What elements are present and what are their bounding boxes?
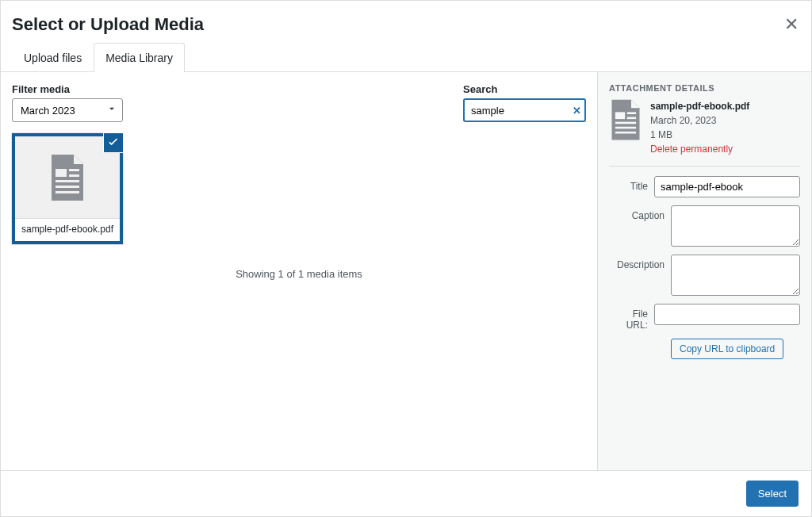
field-row-file-url: File URL: <box>609 304 800 331</box>
attachment-details-sidebar: ATTACHMENT DETAILS sample-pdf <box>597 72 811 470</box>
close-icon[interactable]: ✕ <box>784 16 799 33</box>
file-url-input[interactable] <box>654 304 800 325</box>
search-label: Search <box>463 83 586 95</box>
svg-rect-11 <box>615 132 636 134</box>
attachment-filename: sample-pdf-ebook.pdf <box>15 218 120 241</box>
search-input[interactable] <box>463 98 586 122</box>
svg-rect-6 <box>615 112 625 119</box>
selected-check-icon[interactable] <box>104 133 123 152</box>
svg-rect-5 <box>56 191 79 193</box>
svg-rect-3 <box>56 180 79 182</box>
modal-title: Select or Upload Media <box>12 14 204 35</box>
sidebar-separator <box>609 166 800 167</box>
svg-rect-10 <box>615 127 636 129</box>
tab-bar: Upload files Media Library <box>1 42 811 72</box>
attachments-browser: Filter media March 2023 Search ✕ <box>1 72 597 470</box>
attachments-grid: sample-pdf-ebook.pdf <box>12 133 586 244</box>
clear-search-icon[interactable]: ✕ <box>573 105 581 117</box>
search-wrap: ✕ <box>463 98 586 122</box>
date-filter-select[interactable]: March 2023 <box>12 98 123 122</box>
date-filter-wrap: March 2023 <box>12 98 123 122</box>
attachment-info: sample-pdf-ebook.pdf March 20, 2023 1 MB… <box>609 99 800 156</box>
meta-filename: sample-pdf-ebook.pdf <box>650 99 749 113</box>
attachment-meta: sample-pdf-ebook.pdf March 20, 2023 1 MB… <box>650 99 749 156</box>
media-modal: Select or Upload Media ✕ Upload files Me… <box>0 0 812 517</box>
svg-rect-4 <box>56 186 79 188</box>
title-input[interactable] <box>654 176 800 197</box>
field-row-title: Title <box>609 176 800 197</box>
search-block: Search ✕ <box>463 83 586 122</box>
svg-rect-1 <box>69 169 79 171</box>
copy-url-row: Copy URL to clipboard <box>671 339 800 359</box>
attachment-item[interactable]: sample-pdf-ebook.pdf <box>12 133 123 244</box>
svg-rect-9 <box>615 122 636 124</box>
svg-rect-8 <box>627 117 636 120</box>
select-button[interactable]: Select <box>746 481 799 507</box>
browser-toolbar: Filter media March 2023 Search ✕ <box>12 83 586 122</box>
description-label: Description <box>609 255 665 270</box>
svg-rect-7 <box>627 112 636 114</box>
description-textarea[interactable] <box>671 255 800 296</box>
title-label: Title <box>609 176 648 192</box>
filter-media-label: Filter media <box>12 83 123 95</box>
tab-upload-files[interactable]: Upload files <box>12 43 94 72</box>
document-icon <box>609 99 642 156</box>
caption-textarea[interactable] <box>671 205 800 247</box>
tab-media-library[interactable]: Media Library <box>94 43 185 72</box>
modal-footer: Select <box>1 470 811 516</box>
copy-url-button[interactable]: Copy URL to clipboard <box>671 339 783 359</box>
filter-media-block: Filter media March 2023 <box>12 83 123 122</box>
delete-permanently-link[interactable]: Delete permanently <box>650 142 749 156</box>
field-row-caption: Caption <box>609 205 800 247</box>
caption-label: Caption <box>609 205 665 221</box>
meta-date: March 20, 2023 <box>650 113 749 128</box>
svg-rect-2 <box>69 174 79 177</box>
media-count-status: Showing 1 of 1 media items <box>12 268 586 280</box>
svg-rect-0 <box>56 169 67 177</box>
attachment-details-heading: ATTACHMENT DETAILS <box>609 83 800 93</box>
modal-content: Filter media March 2023 Search ✕ <box>1 72 811 470</box>
meta-size: 1 MB <box>650 128 749 142</box>
file-url-label: File URL: <box>609 304 648 331</box>
modal-header: Select or Upload Media ✕ <box>1 1 811 40</box>
field-row-description: Description <box>609 255 800 296</box>
document-icon <box>48 155 86 201</box>
